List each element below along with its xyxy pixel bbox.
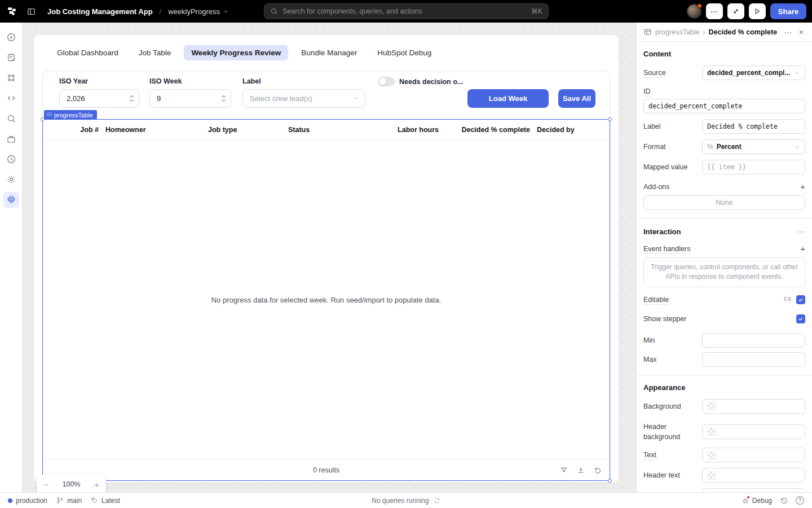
percent-icon: % (707, 143, 713, 151)
global-search[interactable]: ⌘K (264, 3, 549, 19)
table-empty-state: No progress data for selected week. Run … (43, 141, 610, 459)
breadcrumb-component[interactable]: progressTable (655, 28, 700, 36)
help-button[interactable]: ? (796, 496, 804, 505)
zoom-out-button[interactable]: − (43, 480, 48, 489)
event-handlers-label: Event handlers (643, 245, 690, 254)
stepper-icon[interactable] (221, 95, 226, 102)
tab-job-table[interactable]: Job Table (131, 45, 179, 60)
component-tag[interactable]: ⠿⠿ progressTable (44, 110, 97, 120)
iso-year-value[interactable] (67, 94, 129, 103)
refresh-icon[interactable] (594, 466, 602, 474)
download-icon[interactable] (577, 466, 585, 474)
add-component-icon[interactable] (3, 29, 19, 45)
col-decided-by[interactable]: Decided by (537, 126, 607, 134)
play-icon (753, 7, 761, 15)
tab-bundle-manager[interactable]: Bundle Manager (294, 45, 364, 60)
app-title[interactable]: Job Costing Management App (47, 7, 153, 16)
interaction-more-button[interactable]: ⋯ (796, 226, 805, 237)
sync-icon[interactable] (434, 497, 440, 504)
tab-global-dashboard[interactable]: Global Dashboard (50, 45, 126, 60)
inspector-close-button[interactable]: × (797, 28, 805, 37)
transparent-swatch-icon[interactable] (707, 451, 716, 459)
background-input[interactable] (702, 399, 805, 414)
retool-logo-icon (6, 5, 18, 17)
id-input[interactable]: decided_percent_complete (643, 99, 805, 113)
debug-button[interactable]: Debug (742, 497, 772, 505)
addons-add-button[interactable]: + (800, 182, 805, 191)
pages-icon[interactable] (3, 50, 19, 65)
section-appearance: Appearance Background Header background … (637, 375, 812, 492)
history-icon[interactable] (780, 497, 788, 505)
col-job-type[interactable]: Job type (208, 126, 281, 134)
zoom-in-button[interactable]: + (94, 480, 99, 489)
editable-checkbox[interactable] (796, 295, 805, 304)
stepper-icon[interactable] (129, 95, 134, 102)
code-icon[interactable] (3, 90, 19, 106)
more-options-button[interactable]: ⋯ (706, 3, 723, 19)
topbar: Job Costing Management App / weeklyProgr… (0, 0, 812, 23)
text-label: Text (643, 451, 656, 460)
notation-select[interactable]: Standard(100.000) (702, 488, 805, 492)
transparent-swatch-icon[interactable] (707, 427, 716, 436)
iso-week-input[interactable] (149, 89, 231, 108)
col-homeowner[interactable]: Homeowner (105, 126, 201, 134)
expand-button[interactable] (727, 3, 744, 19)
ai-assistant-icon[interactable] (3, 192, 19, 208)
progress-table[interactable]: Job # Homeowner Job type Status Labor ho… (43, 120, 610, 480)
inspector-more-button[interactable]: ⋯ (783, 28, 794, 37)
zoom-control: − 100% + (37, 475, 106, 492)
transparent-swatch-icon[interactable] (707, 471, 716, 480)
page-name-menu[interactable]: weeklyProgress (168, 7, 229, 16)
settings-icon[interactable] (3, 172, 19, 187)
save-all-button[interactable]: Save All (558, 89, 595, 108)
show-stepper-checkbox[interactable] (796, 314, 805, 323)
panel-layout-icon[interactable] (24, 4, 38, 19)
header-text-input[interactable] (702, 468, 805, 483)
min-input[interactable] (702, 333, 805, 348)
mapped-value-input[interactable]: {{ item }} (702, 160, 805, 174)
header-background-input[interactable] (702, 424, 805, 439)
table-footer: 0 results (43, 459, 610, 480)
tab-hubspot-debug[interactable]: HubSpot Debug (370, 45, 439, 60)
max-input[interactable] (702, 352, 805, 367)
col-labor-hours[interactable]: Labor hours (377, 126, 439, 134)
load-week-button[interactable]: Load Week (467, 89, 549, 108)
event-handlers-hint: Trigger queries, control components, or … (643, 257, 805, 287)
format-select[interactable]: %Percent (702, 139, 805, 154)
event-handlers-add-button[interactable]: + (800, 244, 805, 253)
transparent-swatch-icon[interactable] (707, 402, 716, 410)
preview-button[interactable] (749, 3, 766, 19)
zoom-level[interactable]: 100% (63, 480, 81, 488)
chevron-down-icon (223, 8, 229, 15)
mapped-value-label: Mapped value (643, 163, 702, 171)
user-avatar[interactable] (687, 4, 701, 19)
drag-handle-icon[interactable]: ⠿⠿ (46, 112, 52, 117)
canvas[interactable]: Global Dashboard Job Table Weekly Progre… (23, 23, 636, 492)
header-background-label: Header background (643, 422, 702, 442)
col-decided-percent[interactable]: Decided % complete (445, 126, 530, 134)
col-job-number[interactable]: Job # (51, 126, 99, 134)
search-rail-icon[interactable] (3, 111, 19, 126)
fx-badge[interactable]: FX (784, 296, 792, 303)
iso-year-input[interactable] (59, 89, 139, 108)
inspector-panel: progressTable › Decided % complete ⋯ × C… (636, 23, 812, 492)
iso-week-value[interactable] (157, 94, 221, 103)
max-label: Max (643, 356, 702, 364)
iso-week-label: ISO Week (149, 77, 182, 85)
share-button[interactable]: Share (770, 3, 806, 19)
toolbox-icon[interactable] (3, 131, 19, 147)
needs-decision-toggle[interactable] (378, 77, 395, 86)
tab-weekly-progress-review[interactable]: Weekly Progress Review (184, 45, 288, 60)
search-input[interactable] (283, 7, 527, 15)
crew-select[interactable]: Select crew lead(s) (242, 89, 365, 108)
history-rail-icon[interactable] (3, 151, 19, 167)
components-icon[interactable] (3, 70, 19, 86)
crew-label: Label (242, 77, 261, 85)
col-status[interactable]: Status (288, 126, 370, 134)
source-select[interactable]: decided_percent_compl... (702, 65, 805, 80)
app-frame: Global Dashboard Job Table Weekly Progre… (34, 35, 619, 483)
filter-icon[interactable] (560, 466, 568, 474)
needs-decision-label: Needs decision o... (399, 78, 463, 86)
label-input[interactable]: Decided % complete (702, 119, 805, 134)
text-color-input[interactable] (702, 448, 805, 462)
